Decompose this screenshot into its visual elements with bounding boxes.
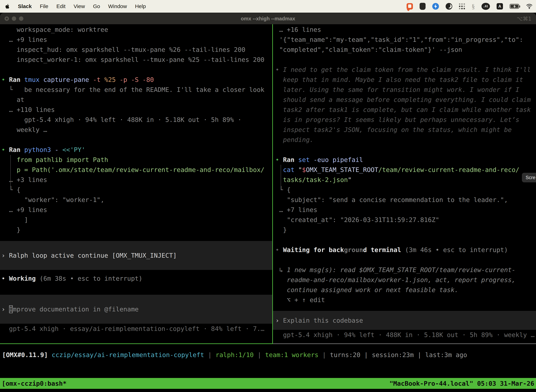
omx-repo: cczip/essay/ai-reimplementation-copyleft [48, 351, 204, 359]
tmux-host-clock: "MacBook-Pro-44.local" 05:03 31-Mar-26 [389, 380, 534, 387]
thinking-line: pending. [275, 135, 536, 145]
macos-menu-bar: Slack File Edit View Go Window Help § ..… [0, 0, 536, 13]
command-output-line: "subject": "send a concise recommendatio… [275, 195, 536, 205]
prompt-input-right[interactable]: › Explain this codebase [273, 311, 536, 330]
ran-command-line: • Ran set -euo pipefail [275, 155, 536, 165]
bullet-icon: • [275, 66, 279, 73]
input-placeholder: Improve documentation in @filename [5, 306, 139, 313]
prompt-input-left[interactable]: › Improve documentation in @filename [0, 295, 272, 324]
menu-app-name[interactable]: Slack [18, 3, 32, 9]
mailbox-message-line: continue assigned work or next feasible … [275, 285, 536, 295]
battery-icon[interactable] [510, 4, 519, 9]
bullet-icon: • [1, 146, 5, 153]
reply-arrow-icon: ↳ [275, 266, 283, 273]
ralph-loop-banner: › Ralph loop active continue [OMX_TMUX_I… [0, 241, 272, 270]
thinking-line: later. Using the same for transition mig… [275, 85, 536, 95]
text-cursor [9, 305, 13, 313]
terminal-output-line: "completed","claim_token":"claim-token"}… [275, 45, 536, 55]
bullet-icon: • [1, 76, 5, 83]
bullet-icon: • [1, 275, 5, 282]
collapsed-lines-indicator[interactable]: … +3 lines [1, 175, 272, 185]
omx-version: [OMX#0.11.9] [2, 351, 48, 359]
working-label: Working [5, 275, 36, 282]
menu-item-go[interactable]: Go [93, 3, 100, 9]
command-output-line: └ be necessary for the end of the README… [1, 85, 272, 95]
collapsed-lines-indicator[interactable]: … +9 lines [1, 35, 272, 45]
thinking-line: keep that in mind. Maybe I also need the… [275, 75, 536, 85]
window-title-bar: omx --xhigh --madmax ⌥⌘1 [0, 13, 536, 24]
omx-status-line: [OMX#0.11.9] cczip/essay/ai-reimplementa… [2, 350, 536, 360]
thread-connector-line [281, 165, 281, 186]
dots-grid-icon[interactable] [459, 3, 465, 9]
chat-app-icon[interactable] [407, 3, 413, 9]
collapsed-lines-indicator[interactable]: … +7 lines [275, 205, 536, 215]
ran-command-line: • Ran tmux capture-pane -t %25 -p -S -80 [1, 75, 272, 85]
bullet-icon: • [275, 246, 279, 253]
terminal-output-line: workspace_mode: worktree [1, 25, 272, 35]
pane-divider-vertical[interactable] [272, 24, 273, 344]
collapsed-lines-indicator[interactable]: … +16 lines [275, 25, 536, 35]
ralph-loop-text: Ralph loop active continue [OMX_TMUX_INJ… [5, 252, 177, 259]
bullet-icon: • [275, 156, 279, 163]
code-line: p = Path('.omx/state/team/review-current… [1, 165, 272, 175]
edit-shortcut-hint: ⌥ + ↑ edit [275, 295, 536, 305]
waiting-meta: (3m 46s • esc to interrupt) [401, 246, 508, 253]
shield-grid-icon[interactable] [420, 3, 426, 10]
close-window-button[interactable] [5, 17, 9, 21]
thinking-line: inspect task2's JSON, focusing on the st… [275, 125, 536, 135]
command-output-line: └ { [1, 185, 272, 195]
left-agent-pane: workspace_mode: worktree … +9 lines insp… [0, 24, 272, 343]
window-shortcut-hint: ⌥⌘1 [517, 16, 531, 22]
waiting-status-line: • Waiting for background terminal (3m 46… [275, 245, 536, 255]
right-agent-pane: … +16 lines '{"team_name":"my-team","tas… [273, 24, 536, 343]
menu-item-help[interactable]: Help [135, 3, 146, 9]
working-meta: (6m 38s • esc to interrupt) [36, 275, 143, 282]
collapsed-lines-indicator[interactable]: … +9 lines [1, 205, 272, 215]
input-source-icon[interactable]: A [497, 3, 503, 9]
traffic-lights [5, 17, 23, 21]
command-output-line: at [1, 95, 272, 105]
command-output-line: └ { [275, 185, 536, 195]
terminal-output-line: '{"team_name":"my-team","task_id":"1","f… [275, 35, 536, 45]
menu-item-file[interactable]: File [40, 3, 48, 9]
focus-moon-icon[interactable] [446, 3, 452, 10]
menu-item-edit[interactable]: Edit [57, 3, 66, 9]
tmux-status-bar: [omx-cczip0:bash* "MacBook-Pro-44.local"… [0, 378, 536, 389]
model-status-line: gpt-5.4 xhigh · 94% left · 488K in · 5.1… [275, 330, 536, 340]
omx-status-pane: [OMX#0.11.9] cczip/essay/ai-reimplementa… [0, 344, 536, 378]
working-status-line: • Working (6m 38s • esc to interrupt) [1, 273, 272, 284]
screen-tooltip: Scre [522, 173, 536, 182]
input-placeholder: Explain this codebase [279, 317, 363, 324]
command-line: cat "$OMX_TEAM_STATE_ROOT/team/review-cu… [275, 165, 536, 175]
wifi-icon[interactable] [526, 4, 533, 9]
thinking-line: task2 after task1 is complete, but can I… [275, 105, 536, 115]
prompt-chevron-icon: › [1, 252, 5, 259]
blue-badge-icon[interactable] [432, 3, 439, 10]
window-title: omx --xhigh --madmax [241, 16, 295, 22]
menu-item-window[interactable]: Window [108, 3, 127, 9]
command-output-line: gpt-5.4 xhigh · 94% left · 488K in · 5.1… [1, 115, 272, 125]
thinking-line: should send a message before completing … [275, 95, 536, 105]
terminal-output-line: inspect_worker-1: omx sparkshell --tmux-… [1, 55, 272, 65]
omx-team-workers: team:1 workers [265, 351, 318, 359]
thinking-line: is in progress? It seems likely but perh… [275, 115, 536, 125]
omx-ralph-counter: ralph:1/10 [215, 351, 254, 359]
apple-menu-icon[interactable] [5, 4, 10, 9]
zoom-window-button[interactable] [19, 17, 23, 21]
prompt-chevron-icon: › [275, 317, 279, 324]
menu-item-view[interactable]: View [73, 3, 85, 9]
squiggle-menu-icon[interactable]: § [472, 3, 475, 10]
thread-connector-line [10, 155, 11, 187]
ran-command-line: • Ran python3 - <<'PY' [1, 145, 272, 155]
model-status-line: gpt-5.4 xhigh · essay/ai-reimplementatio… [1, 324, 272, 334]
command-output-line: } [275, 225, 536, 235]
command-output-line: } [1, 225, 272, 235]
stats-badge-icon[interactable]: ..61 [482, 3, 490, 10]
command-output-line: weekly … [1, 125, 272, 135]
tmux-session-name[interactable]: [omx-cczip0:bash* [2, 380, 67, 387]
command-line: tasks/task-2.json" [275, 175, 536, 185]
mailbox-message-line: ↳ 1 new msg(s): read $OMX_TEAM_STATE_ROO… [275, 265, 536, 275]
minimize-window-button[interactable] [12, 17, 16, 21]
collapsed-lines-indicator[interactable]: … +110 lines [1, 105, 272, 115]
command-output-line: "worker": "worker-1", [1, 195, 272, 205]
